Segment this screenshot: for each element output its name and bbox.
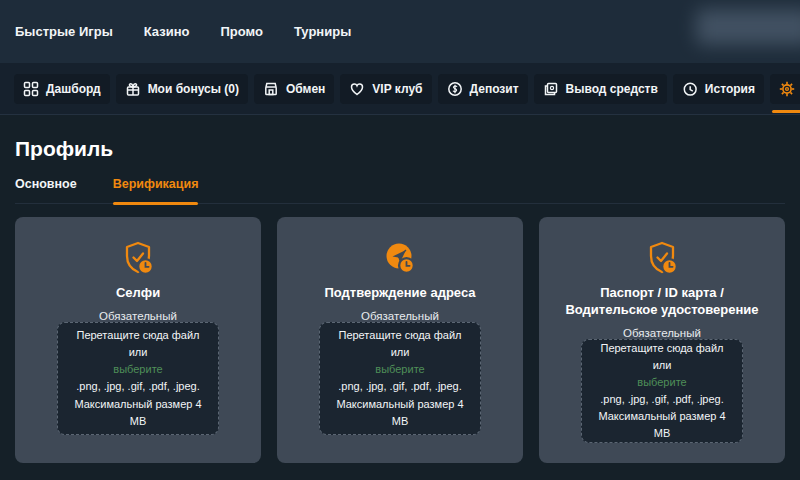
browse-file-link[interactable]: выберите: [113, 361, 162, 378]
nav-promo[interactable]: Промо: [220, 24, 262, 39]
dropzone-text: Перетащите сюда файл или: [68, 327, 207, 361]
dropzone-text: Перетащите сюда файл или: [592, 340, 731, 374]
shield-check-clock-icon: [118, 239, 158, 277]
verification-card-passport: Паспорт / ID карта / Водительское удосто…: [539, 217, 785, 463]
nav-casino[interactable]: Казино: [144, 24, 190, 39]
dropzone-text: Перетащите сюда файл или: [330, 327, 469, 361]
subtab-general[interactable]: Основное: [15, 177, 77, 203]
shop-icon: [263, 81, 279, 97]
account-tab-bar: Дашборд Мои бонусы (0) Обмен: [0, 63, 800, 115]
tab-label: VIP клуб: [372, 82, 422, 96]
card-title: Подтверждение адреса: [324, 285, 475, 302]
tab-history[interactable]: История: [673, 74, 764, 104]
file-dropzone[interactable]: Перетащите сюда файл или выберите .png, …: [57, 322, 218, 435]
file-dropzone[interactable]: Перетащите сюда файл или выберите .png, …: [581, 339, 742, 443]
tab-exchange[interactable]: Обмен: [254, 74, 334, 104]
tab-withdraw[interactable]: Вывод средств: [534, 74, 667, 104]
gift-icon: [125, 81, 141, 97]
dropzone-formats: .png, .jpg, .gif, .pdf, .jpeg. Максималь…: [68, 378, 207, 429]
tab-label: Депозит: [470, 82, 519, 96]
tab-label: Дашборд: [46, 82, 101, 96]
dropzone-formats: .png, .jpg, .gif, .pdf, .jpeg. Максималь…: [330, 378, 469, 429]
nav-fast-games[interactable]: Быстрые Игры: [15, 24, 113, 39]
history-clock-icon: [682, 81, 698, 97]
tab-label: История: [705, 82, 755, 96]
gear-icon: [779, 81, 795, 97]
verification-card-selfie: Селфи Обязательный Перетащите сюда файл …: [15, 217, 261, 463]
tab-my-bonuses[interactable]: Мои бонусы (0): [116, 74, 248, 104]
tab-vip-club[interactable]: VIP клуб: [340, 74, 431, 104]
tab-label: Мои бонусы (0): [148, 82, 239, 96]
coin-dollar-icon: [447, 81, 463, 97]
account-widget-blurred[interactable]: [696, 9, 800, 45]
tab-account-settings[interactable]: Настройки аккаунта: [770, 74, 800, 104]
card-requirement: Обязательный: [99, 310, 177, 322]
shield-check-clock-icon: [642, 239, 682, 277]
dropzone-formats: .png, .jpg, .gif, .pdf, .jpeg. Максималь…: [592, 391, 731, 442]
card-title: Селфи: [116, 285, 160, 302]
card-requirement: Обязательный: [623, 327, 701, 339]
nav-tournaments[interactable]: Турниры: [294, 24, 351, 39]
tab-label: Обмен: [286, 82, 325, 96]
profile-content: Профиль Основное Верификация Селфи Обяза…: [0, 137, 800, 463]
verification-card-address: Подтверждение адреса Обязательный Перета…: [277, 217, 523, 463]
top-navigation-bar: Быстрые Игры Казино Промо Турниры: [0, 0, 800, 63]
page-title: Профиль: [15, 137, 785, 161]
browse-file-link[interactable]: выберите: [375, 361, 424, 378]
card-requirement: Обязательный: [361, 310, 439, 322]
file-dropzone[interactable]: Перетащите сюда файл или выберите .png, …: [319, 322, 480, 435]
heart-icon: [349, 81, 365, 97]
dashboard-grid-icon: [23, 81, 39, 97]
subtab-verification[interactable]: Верификация: [113, 177, 199, 203]
browse-file-link[interactable]: выберите: [637, 374, 686, 391]
banknote-icon: [543, 81, 559, 97]
card-title: Паспорт / ID карта / Водительское удосто…: [557, 285, 767, 319]
verification-cards: Селфи Обязательный Перетащите сюда файл …: [15, 217, 785, 463]
tab-dashboard[interactable]: Дашборд: [14, 74, 110, 104]
tab-label: Вывод средств: [566, 82, 658, 96]
tab-deposit[interactable]: Депозит: [438, 74, 528, 104]
address-pending-icon: [380, 239, 420, 277]
profile-subtabs: Основное Верификация: [15, 177, 785, 204]
